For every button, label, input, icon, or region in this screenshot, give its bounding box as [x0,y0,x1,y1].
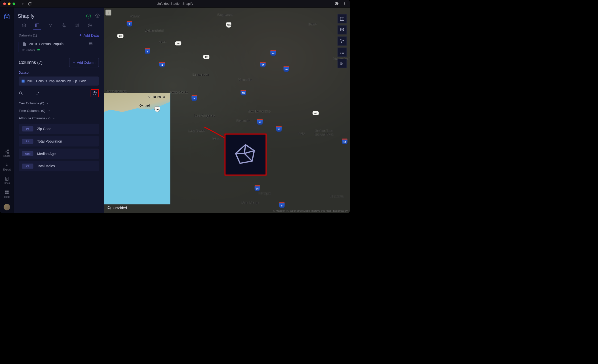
shapify-poly-button[interactable] [91,89,99,97]
close-icon[interactable] [3,2,6,5]
route-shield: 40 [284,66,289,72]
tab-analysis[interactable] [87,23,93,28]
route-shield: 58 [175,41,182,46]
svg-point-0 [344,2,345,3]
reload-button[interactable] [28,2,32,6]
rail-export[interactable]: Export [0,161,14,173]
tab-filters[interactable] [48,23,53,28]
map-attribution[interactable]: © Mapbox | © OpenStreetMap | Improve thi… [273,209,348,212]
attr-row[interactable]: floatMedian Age [19,149,99,159]
legend-button[interactable] [337,48,346,57]
add-data-button[interactable]: +Add Data [79,33,99,38]
svg-point-1 [344,3,345,4]
dataset-item[interactable]: 2010_Census_Popula... ⋮ 319 rows [19,42,99,52]
sort-icon[interactable] [36,91,40,95]
collapse-panel-button[interactable] [105,10,111,15]
map-ocean-cutout [104,93,170,204]
shapify-poly-zoom [225,134,267,176]
dataset-name: 2010_Census_Popula... [29,42,86,46]
map-label: Riverside [237,119,250,123]
svg-point-5 [7,152,9,154]
status-ok-icon [86,14,91,18]
tab-layers[interactable] [21,23,27,28]
map-label: Oxnard [139,104,150,107]
more-icon[interactable]: ⋮ [95,42,99,46]
maximize-icon[interactable] [12,2,15,5]
menu-icon[interactable] [343,1,346,6]
titlebar: Unfolded Studio - Shapify [0,0,350,7]
dataset-rows: 319 rows [22,48,35,52]
table-icon[interactable] [89,42,93,46]
svg-point-15 [90,25,90,25]
route-shield: 15 [255,185,260,191]
route-shield: 62 [312,111,319,116]
dataset-chip-name: 2010_Census_Populations_by_Zip_Code.... [27,79,90,83]
minimize-icon[interactable] [8,2,11,5]
list-icon[interactable] [27,91,32,95]
add-column-button[interactable]: +Add Column [69,58,99,67]
svg-point-3 [7,150,9,151]
avatar[interactable] [4,204,10,210]
svg-point-4 [5,151,6,152]
map-label: Joshua Tree National Park [314,129,333,136]
tab-basemap[interactable] [74,23,79,28]
chart-button[interactable] [337,59,346,68]
group-time[interactable]: Time Columns (0) [19,109,99,113]
svg-rect-16 [89,43,92,45]
route-shield: 5 [145,48,150,54]
route-shield: 33 [117,34,124,38]
map-controls [337,14,346,68]
map-canvas[interactable]: Wasco Ridgecrest Bakersfield Baker Arvin… [104,7,350,213]
dataset-sub-label: Dataset [19,71,99,74]
app-logo-icon[interactable] [3,13,10,20]
map-label: Santa Clarita [169,91,188,94]
map-label: Los Angeles [194,113,215,118]
rail-share[interactable]: Share [0,148,14,159]
route-shield: 5 [127,21,132,26]
dataset-chip[interactable]: 2010_Census_Populations_by_Zip_Code.... [19,77,99,86]
panel-tabs [18,22,100,28]
route-shield: 8 [279,202,285,208]
tab-effects[interactable] [61,23,66,28]
geocoder-button[interactable] [337,36,346,45]
attr-row[interactable]: intTotal Males [19,161,99,172]
tab-columns[interactable] [34,23,40,28]
svg-rect-7 [5,190,6,192]
map-label: Baker [308,22,317,26]
cloud-icon [37,48,40,52]
plus-icon: + [73,60,75,65]
view-3d-button[interactable] [337,25,346,34]
map-label: El Centro [330,194,344,198]
map-label: Santa Paula [148,95,165,99]
map-label: Lancaster [193,72,209,77]
route-shield: 15 [260,62,266,67]
gear-icon[interactable] [95,13,100,18]
map-label: Santa Barbara [106,89,127,93]
group-geo[interactable]: Geo Columns (0) [19,101,99,105]
route-shield: 5 [191,95,197,101]
route-shield: 15 [270,50,276,56]
split-view-button[interactable] [337,14,346,23]
svg-rect-10 [7,192,8,194]
back-button[interactable] [21,2,25,6]
group-attr[interactable]: Attribute Columns (7) [19,116,99,120]
attr-row[interactable]: intZip Code [19,124,99,134]
datasets-label: Datasets (1) [19,33,37,37]
extensions-icon[interactable] [335,1,339,6]
columns-title: Columns (7) [19,60,43,65]
search-icon[interactable] [19,91,23,95]
route-shield: 10 [276,126,282,132]
route-shield: 5 [159,62,165,67]
attr-row[interactable]: intTotal Population [19,136,99,147]
side-panel: Shapify Datasets (1) +Add Data [14,7,104,213]
map-label: Irvine [212,137,220,141]
map-label: Wasco [130,14,140,18]
window-controls [3,2,15,5]
svg-point-2 [344,4,345,5]
map-label: Long Beach [188,129,205,133]
dataset-color-icon [22,80,25,83]
map-label: Bakersfield [145,28,163,33]
rail-docs[interactable]: Docs [0,175,14,186]
rail-help[interactable]: Help [0,188,14,200]
map-label: Arvin [159,40,166,44]
